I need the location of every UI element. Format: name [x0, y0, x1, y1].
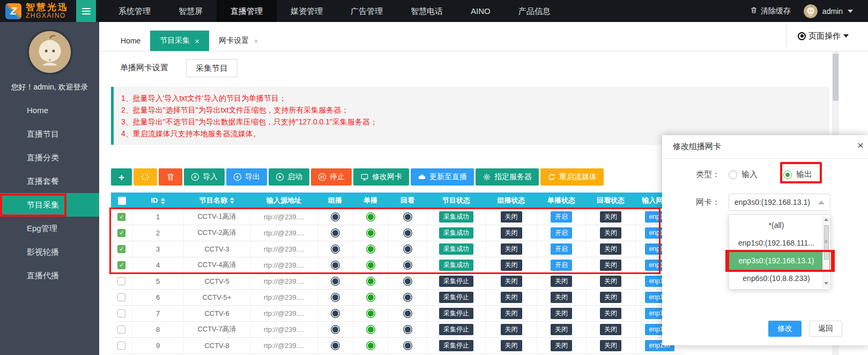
sort-icon[interactable]: [161, 198, 165, 204]
add-button[interactable]: +: [111, 168, 132, 186]
unicast-toggle[interactable]: [366, 325, 375, 334]
unicast-state-badge[interactable]: 关闭: [551, 276, 572, 287]
close-icon[interactable]: ×: [254, 37, 258, 45]
nav-item-system-mgmt[interactable]: 系统管理: [105, 0, 165, 22]
unicast-state-badge[interactable]: 关闭: [551, 340, 572, 351]
playback-toggle[interactable]: [403, 212, 412, 221]
scroll-down-icon[interactable]: [824, 282, 828, 285]
brand-logo[interactable]: Z 智慧光迅 ZHGXAINO: [0, 0, 76, 22]
multicast-state-badge[interactable]: 关闭: [501, 340, 522, 351]
modify-button[interactable]: 修改: [768, 321, 802, 337]
sidebar-item-epg-mgmt[interactable]: Epg管理: [0, 217, 99, 240]
back-button[interactable]: 返回: [809, 321, 842, 337]
select-all-checkbox[interactable]: [118, 197, 126, 205]
unicast-state-badge[interactable]: 关闭: [551, 324, 572, 335]
row-checkbox[interactable]: [117, 342, 125, 350]
sidebar-item-video-carousel[interactable]: 影视轮播: [0, 240, 99, 264]
playback-toggle[interactable]: [403, 277, 412, 286]
user-menu[interactable]: admin: [804, 4, 853, 18]
update-to-live-button[interactable]: 更新至直播: [411, 168, 474, 186]
playback-state-badge[interactable]: 关闭: [600, 292, 621, 303]
scrollbar-thumb[interactable]: [833, 54, 839, 101]
row-checkbox[interactable]: ✓: [117, 261, 125, 269]
nav-item-smart-screen[interactable]: 智慧屏: [165, 0, 217, 22]
playback-state-badge[interactable]: 关闭: [600, 324, 621, 335]
multicast-toggle[interactable]: [331, 341, 340, 350]
unicast-toggle[interactable]: [366, 245, 375, 254]
sidebar-item-program-capture[interactable]: 节目采集: [0, 193, 99, 217]
row-checkbox[interactable]: [117, 309, 125, 317]
nic-select[interactable]: enp3s0:(192.168.13.1): [729, 194, 830, 211]
scroll-up-icon[interactable]: [824, 218, 828, 221]
playback-toggle[interactable]: [403, 228, 412, 238]
type-radio-output[interactable]: 输出: [783, 169, 812, 180]
unicast-toggle[interactable]: [366, 261, 375, 270]
row-checkbox[interactable]: ✓: [117, 213, 125, 221]
multicast-toggle[interactable]: [331, 212, 340, 221]
delete-button[interactable]: [159, 168, 182, 186]
row-checkbox[interactable]: [117, 277, 125, 285]
subtab-capture-programs[interactable]: 采集节目: [186, 59, 238, 77]
close-icon[interactable]: ×: [857, 139, 864, 151]
modify-nic-button[interactable]: 修改网卡: [353, 168, 409, 186]
tab-program-capture[interactable]: 节目采集×: [150, 31, 209, 51]
unicast-toggle[interactable]: [366, 212, 375, 221]
row-checkbox[interactable]: [117, 326, 125, 334]
stop-button[interactable]: 停止: [311, 168, 352, 186]
tab-nic-settings[interactable]: 网卡设置×: [209, 31, 268, 51]
row-checkbox[interactable]: [117, 293, 125, 301]
playback-toggle[interactable]: [403, 325, 412, 334]
playback-state-badge[interactable]: 关闭: [600, 211, 621, 223]
nic-option-0[interactable]: *(all): [729, 217, 830, 234]
subtab-unicast-nic-settings[interactable]: 单播网卡设置: [111, 59, 177, 77]
unicast-state-badge[interactable]: 开启: [551, 260, 572, 271]
playback-toggle[interactable]: [403, 309, 412, 318]
multicast-state-badge[interactable]: 关闭: [501, 324, 522, 335]
page-actions-dropdown[interactable]: 页面操作: [787, 25, 849, 47]
nav-item-live-mgmt[interactable]: 直播管理: [217, 0, 277, 22]
multicast-state-badge[interactable]: 关闭: [501, 260, 522, 271]
multicast-toggle[interactable]: [331, 277, 340, 286]
restart-stream-button[interactable]: 重启流媒体: [540, 168, 604, 186]
playback-toggle[interactable]: [403, 245, 412, 254]
multicast-toggle[interactable]: [331, 325, 340, 334]
nic-option-3[interactable]: enp6s0:(10.8.8.233): [729, 270, 830, 287]
unicast-toggle[interactable]: [366, 277, 375, 286]
close-icon[interactable]: ×: [195, 37, 199, 45]
multicast-state-badge[interactable]: 关闭: [501, 227, 522, 239]
row-checkbox[interactable]: ✓: [117, 229, 125, 237]
start-button[interactable]: 启动: [269, 168, 309, 186]
multicast-state-badge[interactable]: 关闭: [501, 243, 522, 255]
multicast-state-badge[interactable]: 关闭: [501, 211, 522, 223]
multicast-toggle[interactable]: [331, 309, 340, 318]
sidebar-item-live-packages[interactable]: 直播套餐: [0, 169, 99, 193]
row-checkbox[interactable]: ✓: [117, 245, 125, 253]
multicast-toggle[interactable]: [331, 228, 340, 238]
unicast-state-badge[interactable]: 关闭: [551, 308, 572, 319]
unicast-state-badge[interactable]: 关闭: [551, 292, 572, 303]
nav-item-ad-mgmt[interactable]: 广告管理: [337, 0, 397, 22]
unicast-toggle[interactable]: [366, 341, 375, 350]
sidebar-item-live-programs[interactable]: 直播节目: [0, 122, 99, 146]
multicast-toggle[interactable]: [331, 261, 340, 270]
nic-option-1[interactable]: enp1s0:(192.168.111...: [729, 234, 830, 252]
dropdown-scrollbar-thumb[interactable]: ≡: [824, 225, 829, 260]
sidebar-item-live-categories[interactable]: 直播分类: [0, 146, 99, 169]
unicast-state-badge[interactable]: 开启: [551, 227, 572, 239]
playback-state-badge[interactable]: 关闭: [600, 308, 621, 319]
playback-state-badge[interactable]: 关闭: [600, 227, 621, 239]
multicast-state-badge[interactable]: 关闭: [501, 276, 522, 287]
unicast-toggle[interactable]: [366, 293, 375, 302]
nav-item-product-info[interactable]: 产品信息: [505, 0, 565, 22]
type-radio-input[interactable]: 输入: [729, 169, 758, 180]
playback-toggle[interactable]: [403, 293, 412, 302]
playback-state-badge[interactable]: 关闭: [600, 243, 621, 255]
multicast-state-badge[interactable]: 关闭: [501, 292, 522, 303]
multicast-state-badge[interactable]: 关闭: [501, 308, 522, 319]
nav-item-media-mgmt[interactable]: 媒资管理: [277, 0, 337, 22]
unicast-toggle[interactable]: [366, 309, 375, 318]
unicast-toggle[interactable]: [366, 228, 375, 238]
unicast-state-badge[interactable]: 开启: [551, 243, 572, 255]
clear-cache-button[interactable]: 清除缓存: [750, 6, 791, 16]
sidebar-item-live-relay[interactable]: 直播代播: [0, 264, 99, 287]
